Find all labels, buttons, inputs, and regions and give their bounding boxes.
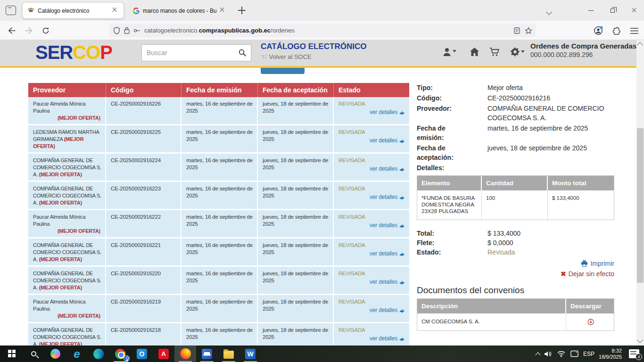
language-indicator[interactable]: ESP <box>583 351 594 357</box>
window-restore-button[interactable] <box>605 5 619 16</box>
tracking-shield-icon[interactable] <box>113 27 120 34</box>
scrollbar-thumb[interactable] <box>637 128 644 283</box>
cart-icon[interactable] <box>489 47 500 57</box>
acrobat-icon: A <box>158 349 169 359</box>
estado-value: REVISADA <box>339 270 406 277</box>
cutoff-blue-button[interactable] <box>261 68 305 74</box>
notification-center-icon[interactable]: 4 <box>629 349 639 358</box>
new-tab-button[interactable] <box>238 7 246 14</box>
taskbar-item-chrome[interactable] <box>109 346 131 362</box>
search-icon <box>239 49 246 57</box>
taskbar-item-search[interactable] <box>23 346 44 362</box>
ver-detalles-link[interactable]: ver detalles <box>339 109 406 116</box>
fecha-aceptacion-cell: jueves, 18 de septiembre de 2025 <box>258 97 334 124</box>
home-icon[interactable] <box>470 47 479 57</box>
scrollbar-up-icon[interactable] <box>637 42 643 48</box>
estado-value: REVISADA <box>339 100 406 107</box>
connect-display-icon[interactable] <box>570 350 579 357</box>
download-icon[interactable] <box>587 319 594 325</box>
firefox-view-icon[interactable] <box>6 6 16 15</box>
provider-cell: Paucar Almeida Mónica Paulina (MEJOR OFE… <box>28 97 106 124</box>
menu-hamburger-icon[interactable] <box>628 25 640 37</box>
taskbar-item-firefox[interactable] <box>174 346 196 362</box>
ver-detalles-label: ver detalles <box>370 194 397 200</box>
dejar-sin-efecto-link[interactable]: ✖ Dejar sin efecto <box>561 270 614 278</box>
url-text[interactable]: catalogoelectronico.compraspublicas.gob.… <box>144 27 510 34</box>
summary-row: Estado:Revisada <box>417 247 614 257</box>
ver-detalles-link[interactable]: ver detalles <box>339 222 406 229</box>
tab-close-icon[interactable] <box>220 7 227 15</box>
fecha-aceptacion-cell: jueves, 18 de septiembre de 2025 <box>258 182 334 209</box>
ver-detalles-link[interactable]: ver detalles <box>339 137 406 144</box>
reload-button[interactable] <box>40 25 52 37</box>
taskbar-item-outlook[interactable]: O <box>131 346 153 362</box>
estado-cell: REVISADAver detalles <box>334 239 409 265</box>
forward-button[interactable] <box>23 25 35 37</box>
documents-table-row: CM COGECOMSA S. A. <box>417 313 614 330</box>
clock[interactable]: 8:32 18/9/2025 <box>599 348 622 360</box>
table-row: COMPAÑIA GENERAL DE COMERCIO COGECOMSA S… <box>28 267 409 295</box>
provider-cell: Paucar Almeida Mónica Paulina (MEJOR OFE… <box>28 210 106 237</box>
taskbar-item-copilot[interactable] <box>44 346 66 362</box>
imprimir-link[interactable]: Imprimir <box>581 260 614 267</box>
list-tabs-chevron-icon[interactable] <box>547 8 553 13</box>
fecha-emision-cell: martes, 16 de septiembre de 2025 <box>182 125 258 152</box>
codigo-cell: CE-20250002916218 <box>106 323 182 346</box>
ver-detalles-link[interactable]: ver detalles <box>339 279 406 286</box>
documents-heading: Documentos del convenios <box>417 285 614 296</box>
volver-al-soce-link[interactable]: ☜Volver al SOCE <box>261 52 312 61</box>
window-minimize-button[interactable] <box>584 5 598 16</box>
bookmark-star-icon[interactable] <box>525 27 532 34</box>
taskbar-item-acrobat[interactable]: A <box>153 346 174 362</box>
sercop-logo[interactable]: SERCOP <box>35 42 112 63</box>
scrollbar-down-icon[interactable] <box>637 337 643 343</box>
summary-value: $ 0,0000 <box>487 238 614 247</box>
page-scrollbar[interactable] <box>636 40 644 346</box>
screen: Catálogo electrónico marco manos de colo… <box>0 0 644 362</box>
download-cell[interactable] <box>566 313 614 330</box>
taskbar-item-start[interactable] <box>1 346 23 362</box>
taskbar-item-internet-explorer[interactable]: e <box>66 346 88 362</box>
detail-field-label: Fecha de emisión: <box>417 123 469 142</box>
search-button[interactable] <box>233 44 251 61</box>
tray-overflow-chevron-icon[interactable] <box>535 352 540 357</box>
ver-detalles-link[interactable]: ver detalles <box>339 250 406 257</box>
tab-close-icon[interactable] <box>112 7 120 15</box>
ver-detalles-link[interactable]: ver detalles <box>339 307 406 314</box>
account-icon[interactable] <box>592 25 604 37</box>
ver-detalles-link[interactable]: ver detalles <box>339 194 406 201</box>
back-button[interactable] <box>6 25 18 37</box>
ver-detalles-link[interactable]: ver detalles <box>339 165 406 173</box>
settings-gear-icon[interactable] <box>510 47 525 57</box>
taskbar-item-file-explorer[interactable] <box>218 346 239 362</box>
codigo-cell: CE-20250002916219 <box>106 295 182 322</box>
user-menu-icon[interactable] <box>442 47 456 57</box>
copilot-icon <box>50 349 60 359</box>
items-cell-1: 100 <box>482 190 548 220</box>
estado-cell: REVISADAver detalles <box>334 267 409 294</box>
taskbar-item-edge[interactable] <box>88 346 109 362</box>
window-close-button[interactable] <box>627 5 641 16</box>
taskbar-item-scan-app[interactable] <box>196 346 218 362</box>
detail-field: Detalles: <box>417 163 614 173</box>
taskbar-item-word[interactable]: W <box>239 346 261 362</box>
url-bar[interactable]: catalogoelectronico.compraspublicas.gob.… <box>109 24 536 37</box>
wifi-icon[interactable] <box>557 350 566 357</box>
docs-column-header-1: Descargar <box>566 299 614 313</box>
lock-icon[interactable] <box>124 27 130 34</box>
detail-field: Código:CE-20250002916216 <box>417 93 614 103</box>
search-input[interactable] <box>141 44 234 61</box>
tab-google-search[interactable]: marco manos de colores - Busca <box>128 3 231 18</box>
ver-detalles-label: ver detalles <box>370 307 397 313</box>
estado-cell: REVISADAver detalles <box>334 210 409 237</box>
detail-fields: Tipo:Mejor ofertaCódigo:CE-2025000291621… <box>417 83 614 173</box>
tab-catalogo-electronico[interactable]: Catálogo electrónico <box>23 3 124 18</box>
volume-icon[interactable] <box>544 350 553 358</box>
permissions-key-icon[interactable] <box>133 28 140 33</box>
reader-view-icon[interactable] <box>514 27 521 34</box>
extensions-puzzle-icon[interactable] <box>610 25 622 37</box>
codigo-cell: CE-20250002916226 <box>106 97 182 124</box>
ver-detalles-link[interactable]: ver detalles <box>339 335 406 342</box>
estado-cell: REVISADAver detalles <box>334 97 409 124</box>
firefox-icon <box>180 348 191 359</box>
